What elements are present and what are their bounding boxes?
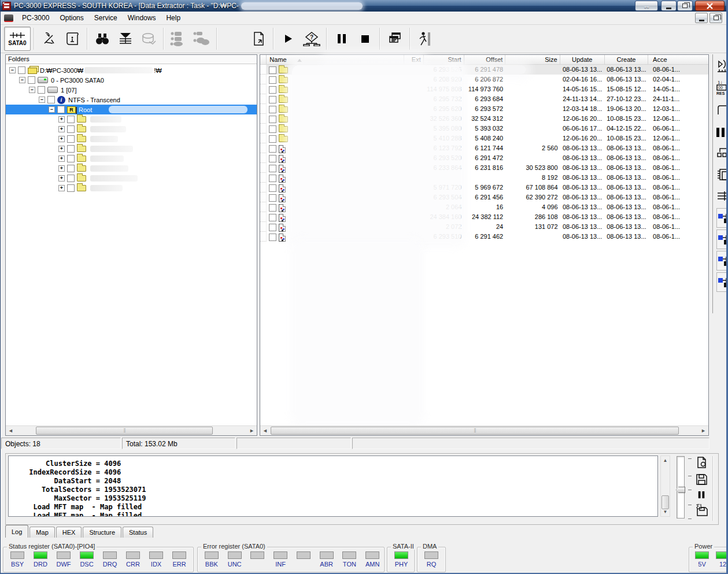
- reset-button[interactable]: 1↓ 00 RES: [716, 79, 728, 96]
- pause-log-button[interactable]: [694, 488, 709, 502]
- checkbox[interactable]: [269, 135, 276, 143]
- column-header-create[interactable]: Create: [605, 55, 648, 64]
- tree-item-folder[interactable]: [6, 114, 257, 124]
- column-header-access[interactable]: Acce: [648, 55, 708, 64]
- log-output[interactable]: ClusterSize = 4096 IndexRecordSize = 409…: [8, 456, 658, 517]
- checkbox[interactable]: [269, 96, 276, 103]
- expand-icon[interactable]: [58, 136, 65, 142]
- checkbox[interactable]: [269, 234, 276, 241]
- build-map-button-disabled[interactable]: [167, 27, 190, 51]
- checkbox[interactable]: [18, 66, 25, 74]
- scroll-left-arrow[interactable]: ◄: [260, 426, 270, 435]
- copy-map-button-disabled[interactable]: [190, 27, 213, 51]
- exit-button[interactable]: [413, 27, 437, 51]
- mdi-child-icon[interactable]: [4, 14, 13, 22]
- checkbox[interactable]: [269, 125, 276, 133]
- tree-item-ntfs-transcend[interactable]: NTFS - Transcend: [6, 95, 257, 105]
- tab-structure[interactable]: Structure: [83, 527, 121, 538]
- map-mode-button-4[interactable]: [716, 272, 728, 292]
- checkbox[interactable]: [269, 224, 276, 231]
- scrollbar-thumb[interactable]: [271, 427, 679, 435]
- checkbox[interactable]: [28, 76, 35, 84]
- tree-item-folder[interactable]: [6, 164, 257, 173]
- tab-status[interactable]: Status: [123, 527, 153, 538]
- tree-item-0-pc3000-sata0[interactable]: 0 - PC3000 SATA0: [6, 75, 257, 85]
- task-properties-button[interactable]: [61, 27, 84, 51]
- checkbox[interactable]: [269, 86, 276, 94]
- folders-horizontal-scrollbar[interactable]: ◄ ►: [6, 425, 257, 435]
- jump-button[interactable]: [716, 102, 728, 119]
- log-vertical-scrollbar[interactable]: ▲ ▼: [660, 456, 670, 517]
- expand-icon[interactable]: [58, 146, 65, 152]
- data-view-button-disabled[interactable]: [137, 27, 160, 51]
- checkbox[interactable]: [269, 165, 276, 172]
- menu-pc-3000[interactable]: PC-3000: [17, 12, 54, 24]
- checkbox[interactable]: [269, 76, 276, 84]
- utilities-button[interactable]: [38, 27, 61, 51]
- minimize-button[interactable]: [661, 1, 677, 11]
- checkbox[interactable]: [269, 184, 276, 192]
- collapse-icon[interactable]: [19, 77, 25, 83]
- map-mode-button-1[interactable]: [716, 208, 728, 228]
- chips-button[interactable]: [716, 166, 728, 184]
- filter-side-button[interactable]: [716, 187, 728, 205]
- column-header-start[interactable]: Start: [424, 55, 464, 64]
- checkbox[interactable]: [38, 86, 45, 94]
- sector-chain-button[interactable]: [716, 145, 728, 162]
- menu-service[interactable]: Service: [89, 12, 123, 24]
- collapse-icon[interactable]: [49, 106, 55, 113]
- checkbox[interactable]: [269, 106, 276, 113]
- collapse-icon[interactable]: [39, 97, 45, 103]
- resize-button[interactable]: ↔: [635, 1, 658, 11]
- file-list-horizontal-scrollbar[interactable]: ◄ ►: [260, 425, 708, 435]
- menu-options[interactable]: Options: [54, 12, 88, 24]
- log-speed-slider[interactable]: [677, 456, 685, 519]
- edit-map-button[interactable]: [716, 58, 728, 75]
- checkbox[interactable]: [269, 116, 276, 123]
- checkbox[interactable]: [67, 145, 75, 153]
- checkbox[interactable]: [47, 96, 55, 103]
- tab-hex[interactable]: HEX: [56, 527, 82, 538]
- collapse-icon[interactable]: [29, 87, 35, 93]
- save-log-button[interactable]: [694, 472, 709, 486]
- menu-windows[interactable]: Windows: [123, 12, 161, 24]
- column-header-update[interactable]: Update: [560, 55, 605, 64]
- scroll-right-arrow[interactable]: ►: [247, 426, 257, 435]
- scrollbar-thumb[interactable]: [662, 495, 669, 509]
- menu-help[interactable]: Help: [161, 12, 186, 24]
- new-task-button[interactable]: [247, 27, 270, 51]
- tree-item-folder[interactable]: [6, 173, 257, 183]
- tree-item-1-07[interactable]: 1 [07]: [6, 85, 257, 95]
- map-mode-button-3[interactable]: [716, 251, 728, 271]
- column-header-size[interactable]: Size: [505, 55, 560, 64]
- mode-wizard-button[interactable]: ?: [300, 27, 323, 51]
- search-button[interactable]: [91, 27, 114, 51]
- tree-item-folder[interactable]: [6, 183, 257, 193]
- tree-item-d-pc-3000[interactable]: D:₩PC-3000₩!₩: [6, 65, 257, 75]
- checkbox[interactable]: [269, 175, 276, 182]
- filter-button[interactable]: [114, 27, 137, 51]
- expand-icon[interactable]: [58, 165, 65, 172]
- scroll-left-arrow[interactable]: ◄: [6, 426, 16, 435]
- tab-log[interactable]: Log: [5, 525, 28, 538]
- tree-item-folder[interactable]: [6, 134, 257, 144]
- tree-item-folder[interactable]: [6, 124, 257, 134]
- tree-item-folder[interactable]: [6, 154, 257, 164]
- close-button[interactable]: [695, 1, 725, 11]
- expand-icon[interactable]: [58, 185, 65, 191]
- scroll-right-arrow[interactable]: ►: [699, 426, 708, 435]
- checkbox[interactable]: [67, 155, 75, 162]
- checkbox[interactable]: [67, 184, 75, 192]
- save-as-button[interactable]: [694, 503, 709, 517]
- tab-map[interactable]: Map: [29, 527, 54, 538]
- checkbox[interactable]: [269, 204, 276, 212]
- checkbox[interactable]: [67, 135, 75, 143]
- scrollbar-thumb[interactable]: [36, 427, 213, 435]
- windows-list-button[interactable]: [383, 27, 407, 51]
- checkbox[interactable]: [269, 66, 276, 74]
- checkbox[interactable]: [67, 125, 75, 133]
- new-report-button[interactable]: [694, 456, 709, 469]
- sata0-port-button[interactable]: SATA0: [4, 27, 31, 51]
- checkbox[interactable]: [67, 165, 75, 172]
- mdi-restore-button[interactable]: [709, 13, 722, 23]
